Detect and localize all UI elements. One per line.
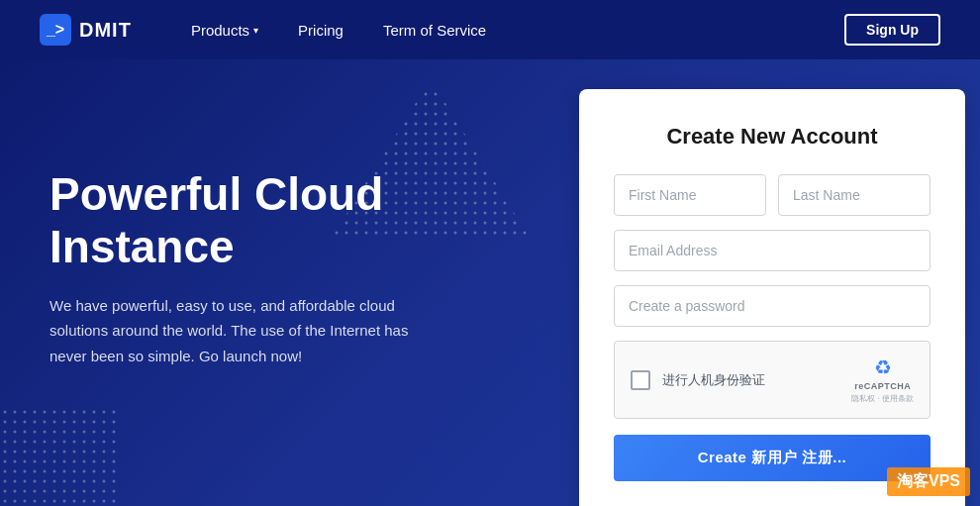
- signup-button[interactable]: Sign Up: [844, 14, 940, 46]
- logo-icon: _>: [40, 14, 71, 46]
- recaptcha-icon: ♻: [874, 355, 892, 379]
- recaptcha-text: reCAPTCHA: [854, 381, 911, 391]
- form-title: Create New Account: [614, 124, 931, 150]
- hero-right: Create New Account 进行人机身份验证 ♻ reCAPTCHA: [564, 59, 980, 506]
- logo[interactable]: _> DMIT: [40, 14, 132, 46]
- logo-text: DMIT: [79, 19, 132, 42]
- nav-links: Products ▾ Pricing Term of Service: [171, 22, 508, 39]
- nav-link-products[interactable]: Products ▾: [171, 22, 278, 39]
- nav-link-pricing[interactable]: Pricing: [278, 22, 363, 39]
- captcha-label: 进行人机身份验证: [662, 371, 765, 389]
- navbar: _> DMIT Products ▾ Pricing Term of Servi…: [0, 0, 980, 59]
- password-input[interactable]: [614, 285, 931, 327]
- hero-left: Powerful CloudInstance We have powerful,…: [0, 59, 564, 506]
- hero-subtitle: We have powerful, easy to use, and affor…: [49, 293, 426, 369]
- name-row: [614, 174, 931, 216]
- email-field: [614, 230, 931, 271]
- password-field: [614, 285, 931, 327]
- email-input[interactable]: [614, 230, 931, 271]
- signup-form-card: Create New Account 进行人机身份验证 ♻ reCAPTCHA: [579, 89, 965, 506]
- first-name-input[interactable]: [614, 174, 766, 216]
- captcha-right: ♻ reCAPTCHA 隐私权 · 使用条款: [851, 355, 914, 404]
- chevron-down-icon: ▾: [253, 25, 258, 36]
- hero-section: /* dots rendered via pattern */ Powerful…: [0, 59, 980, 506]
- captcha-box: 进行人机身份验证 ♻ reCAPTCHA 隐私权 · 使用条款: [614, 341, 931, 419]
- create-account-button[interactable]: Create 新用户 注册...: [614, 435, 931, 481]
- captcha-left: 进行人机身份验证: [631, 370, 765, 390]
- captcha-checkbox[interactable]: [631, 370, 650, 390]
- last-name-input[interactable]: [778, 174, 931, 216]
- hero-title: Powerful CloudInstance: [49, 168, 515, 273]
- nav-link-tos[interactable]: Term of Service: [363, 22, 506, 39]
- recaptcha-links: 隐私权 · 使用条款: [851, 393, 914, 404]
